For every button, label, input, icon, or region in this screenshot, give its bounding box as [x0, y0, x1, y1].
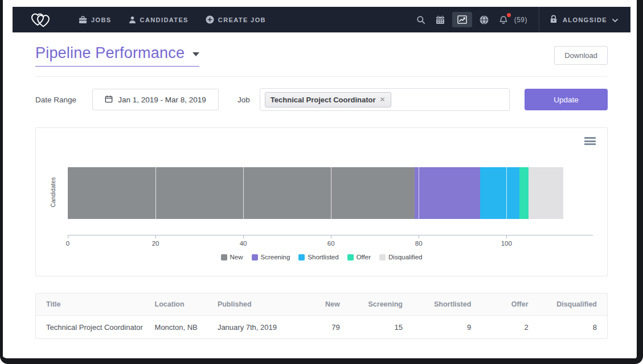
bar-segment-screening[interactable]: [415, 167, 481, 219]
tick-mark: [243, 235, 244, 238]
x-tick-label: 60: [318, 240, 343, 247]
legend-label: New: [230, 254, 243, 260]
gridline: [419, 155, 419, 235]
notification-dot: [507, 13, 511, 17]
pipeline-table: TitleLocationPublishedNewScreeningShortl…: [35, 293, 608, 339]
bar-segment-new[interactable]: [68, 167, 415, 219]
alongside-logo-icon[interactable]: [30, 11, 51, 28]
column-header: Title: [36, 300, 145, 308]
job-label: Job: [237, 96, 250, 104]
legend-item-offer[interactable]: Offer: [347, 254, 371, 260]
chart-plot-area: Candidates 020406080100 NewScreeningShor…: [36, 128, 607, 276]
tick-mark: [68, 235, 68, 238]
chevron-down-icon: [612, 16, 618, 23]
nav-jobs[interactable]: JOBS: [79, 16, 112, 24]
legend-swatch: [347, 254, 354, 260]
tag-remove-icon[interactable]: ✕: [380, 96, 386, 104]
job-tag[interactable]: Technical Project Coordinator ✕: [265, 92, 391, 107]
legend-item-screening[interactable]: Screening: [252, 254, 290, 260]
column-header: Offer: [481, 300, 538, 308]
update-button[interactable]: Update: [525, 89, 608, 110]
legend-item-new[interactable]: New: [221, 254, 243, 260]
tick-mark: [155, 235, 156, 238]
legend-swatch: [221, 254, 227, 260]
person-icon: [129, 16, 136, 24]
nav-divider: [539, 7, 539, 32]
column-header: Screening: [350, 300, 413, 308]
gridline: [243, 155, 244, 235]
table-header-row: TitleLocationPublishedNewScreeningShortl…: [36, 293, 607, 316]
legend-label: Offer: [357, 254, 371, 260]
gridline: [155, 155, 156, 235]
legend-item-shortlisted[interactable]: Shortlisted: [298, 254, 338, 260]
account-name: ALONGSIDE: [563, 16, 607, 23]
table-cell: Moncton, NB: [145, 323, 207, 332]
column-header: Shortlisted: [413, 300, 481, 308]
x-tick-label: 0: [55, 240, 80, 247]
x-axis-line: [68, 235, 593, 235]
legend-swatch: [298, 254, 305, 260]
legend-swatch: [379, 254, 386, 260]
column-header: New: [293, 300, 350, 308]
x-tick-label: 20: [143, 240, 168, 247]
gridline: [506, 155, 507, 235]
bar-segment-disqualified[interactable]: [529, 167, 564, 219]
search-icon[interactable]: [411, 12, 431, 28]
column-header: Disqualified: [539, 300, 607, 308]
table-cell: Technical Project Coordinator: [36, 323, 145, 332]
nav-create-job-label: CREATE JOB: [218, 16, 266, 23]
table-cell: 9: [413, 323, 481, 332]
job-select-input[interactable]: Technical Project Coordinator ✕: [260, 88, 510, 111]
calendar-icon[interactable]: [431, 12, 450, 28]
column-header: Published: [207, 300, 293, 308]
nav-candidates[interactable]: CANDIDATES: [129, 16, 189, 24]
x-tick-label: 80: [406, 240, 431, 247]
account-menu[interactable]: ALONGSIDE: [550, 15, 618, 24]
bar-segment-shortlisted[interactable]: [480, 167, 519, 219]
column-header: Location: [145, 300, 207, 308]
page-title: Pipeline Performance: [35, 44, 185, 62]
report-selector[interactable]: Pipeline Performance: [35, 44, 199, 67]
legend-label: Screening: [261, 254, 290, 260]
date-range-label: Date Range: [35, 96, 76, 104]
tick-mark: [419, 235, 419, 238]
table-row[interactable]: Technical Project CoordinatorMoncton, NB…: [36, 316, 607, 338]
notification-count[interactable]: (59): [514, 16, 527, 24]
analytics-chart-icon[interactable]: [452, 12, 472, 27]
lock-icon: [550, 15, 558, 24]
table-cell: 15: [350, 323, 413, 332]
table-cell: 8: [539, 323, 607, 332]
pipeline-chart-card: Candidates 020406080100 NewScreeningShor…: [35, 127, 608, 276]
x-tick-label: 40: [231, 240, 256, 247]
calendar-small-icon: [105, 95, 113, 105]
stacked-bar: [68, 167, 563, 219]
bar-segment-offer[interactable]: [519, 167, 528, 219]
y-axis-label: Candidates: [50, 177, 56, 207]
header-divider: [35, 76, 608, 77]
date-range-value: Jan 1, 2019 - Mar 8, 2019: [118, 96, 206, 104]
nav-candidates-label: CANDIDATES: [140, 16, 189, 23]
tick-mark: [506, 235, 507, 238]
notifications-bell-icon[interactable]: [494, 12, 513, 28]
briefcase-icon: [79, 16, 87, 24]
legend-swatch: [252, 254, 258, 260]
legend-item-disqualified[interactable]: Disqualified: [379, 254, 422, 260]
table-cell: January 7th, 2019: [207, 323, 293, 332]
nav-jobs-label: JOBS: [91, 16, 112, 23]
plus-circle-icon: [206, 15, 214, 24]
download-button[interactable]: Download: [554, 46, 608, 65]
job-tag-label: Technical Project Coordinator: [271, 96, 376, 104]
x-tick-label: 100: [494, 240, 519, 247]
top-navbar: JOBS CANDIDATES: [13, 7, 630, 32]
tick-mark: [331, 235, 331, 238]
nav-create-job[interactable]: CREATE JOB: [206, 15, 266, 24]
globe-icon[interactable]: [474, 12, 494, 28]
chart-legend: NewScreeningShortlistedOfferDisqualified: [36, 254, 607, 260]
device-frame: JOBS CANDIDATES: [0, 0, 643, 364]
table-cell: 79: [293, 323, 350, 332]
legend-label: Shortlisted: [308, 254, 338, 260]
legend-label: Disqualified: [388, 254, 422, 260]
table-cell: 2: [481, 323, 538, 332]
gridline: [331, 155, 331, 235]
date-range-input[interactable]: Jan 1, 2019 - Mar 8, 2019: [92, 89, 219, 110]
